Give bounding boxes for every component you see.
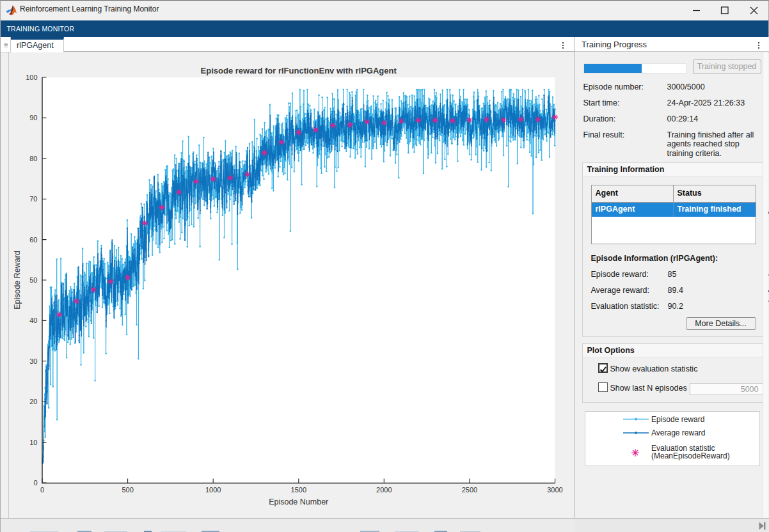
svg-text:2000: 2000 (376, 486, 392, 494)
svg-text:60: 60 (29, 236, 37, 244)
svg-text:10: 10 (29, 439, 37, 446)
svg-text:40: 40 (29, 317, 37, 324)
svg-text:3000: 3000 (547, 486, 562, 494)
svg-text:500: 500 (122, 486, 133, 494)
svg-text:50: 50 (29, 276, 37, 284)
svg-text:Episode reward: Episode reward (651, 415, 704, 424)
svg-text:1500: 1500 (291, 486, 306, 494)
svg-text:0: 0 (33, 479, 37, 487)
svg-text:30: 30 (29, 357, 37, 365)
svg-text:Episode Reward: Episode Reward (13, 251, 22, 309)
svg-text:Average reward: Average reward (651, 428, 706, 437)
svg-text:Episode Number: Episode Number (269, 497, 328, 506)
svg-text:1000: 1000 (205, 486, 221, 494)
svg-text:20: 20 (29, 398, 37, 405)
svg-text:2500: 2500 (462, 486, 477, 494)
svg-text:0: 0 (40, 486, 44, 494)
svg-text:90: 90 (29, 114, 37, 121)
svg-text:100: 100 (26, 74, 37, 81)
svg-text:Episode reward for rlFunctionE: Episode reward for rlFunctionEnv with rl… (201, 66, 397, 75)
svg-text:(MeanEpisodeReward): (MeanEpisodeReward) (651, 451, 730, 460)
svg-text:80: 80 (29, 155, 37, 162)
svg-text:70: 70 (29, 195, 37, 203)
